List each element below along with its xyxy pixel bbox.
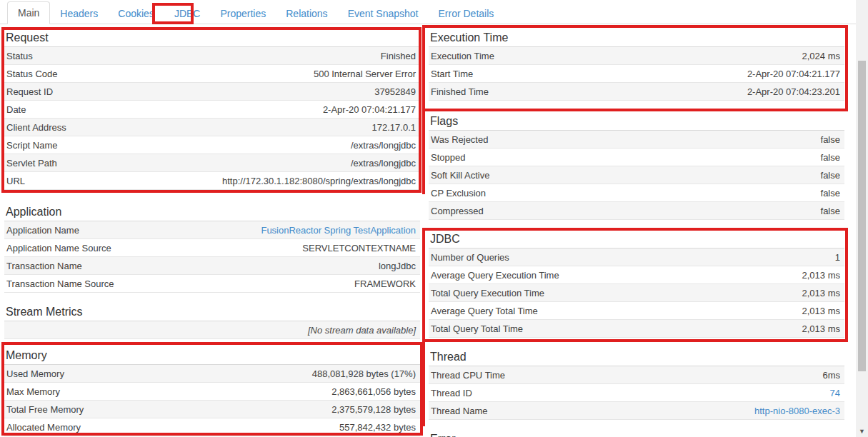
table-row: StatusFinished	[4, 47, 420, 65]
row-value: longJdbc	[379, 261, 416, 271]
application-name-link[interactable]: FusionReactor Spring TestApplication	[261, 225, 416, 236]
table-row: Max Memory2,863,661,056 bytes	[4, 383, 420, 401]
row-value: 2-Apr-20 07:04:21.177	[747, 69, 840, 79]
row-value: 1	[835, 252, 840, 263]
row-label: Used Memory	[6, 368, 64, 379]
thread-id-link[interactable]: 74	[830, 388, 840, 398]
row-label: Was Rejected	[431, 134, 488, 145]
row-value: 2,024 ms	[802, 51, 840, 61]
tab-main[interactable]: Main	[7, 1, 50, 24]
row-label: Total Query Execution Time	[431, 288, 544, 298]
row-value: false	[821, 152, 840, 163]
tab-properties[interactable]: Properties	[210, 3, 276, 24]
table-row: Total Query Total Time2,013 ms	[429, 320, 844, 338]
row-label: Thread Name	[431, 406, 487, 416]
table-row: [No stream data available]	[4, 321, 420, 339]
row-label: Execution Time	[431, 51, 494, 61]
table-row: Number of Queries1	[429, 248, 844, 266]
no-stream-data-note: [No stream data available]	[308, 325, 416, 336]
row-label: Stopped	[431, 152, 465, 163]
row-value: false	[821, 188, 840, 199]
row-label: Request ID	[6, 86, 53, 97]
section-thread: Thread Thread CPU Time6ms Thread ID74 Th…	[429, 349, 844, 420]
vertical-scrollbar[interactable]: ▼	[856, 0, 868, 437]
table-row: Allocated Memory557,842,432 bytes	[4, 418, 420, 436]
row-value: 500 Internal Server Error	[314, 69, 416, 79]
table-row: Thread ID74	[429, 384, 844, 402]
table-row: Status Code500 Internal Server Error	[4, 65, 420, 83]
left-column: Request StatusFinished Status Code500 In…	[4, 30, 420, 437]
tab-headers[interactable]: Headers	[50, 3, 108, 24]
row-label: Allocated Memory	[6, 422, 81, 433]
tab-jdbc[interactable]: JDBC	[164, 3, 211, 24]
row-label: Servlet Path	[6, 158, 57, 169]
table-row: Execution Time2,024 ms	[429, 47, 844, 65]
row-value: false	[821, 134, 840, 145]
table-row: Client Address172.17.0.1	[4, 119, 420, 136]
tab-relations[interactable]: Relations	[276, 3, 337, 24]
section-execution-time: Execution Time Execution Time2,024 ms St…	[429, 30, 844, 101]
row-label: Total Query Total Time	[431, 323, 523, 334]
thread-section-title: Thread	[429, 349, 844, 366]
row-label: CP Exclusion	[431, 188, 486, 199]
row-label: Application Name	[6, 225, 79, 236]
row-value: 2,013 ms	[802, 323, 840, 334]
row-label: Client Address	[6, 122, 66, 133]
table-row: Transaction Name SourceFRAMEWORK	[4, 275, 420, 293]
table-row: Average Query Total Time2,013 ms	[429, 302, 844, 320]
table-row: Application Name SourceSERVLETCONTEXTNAM…	[4, 239, 420, 257]
row-value: 2-Apr-20 07:04:21.177	[323, 104, 416, 115]
row-label: Transaction Name	[6, 261, 82, 271]
row-label: Status	[6, 51, 33, 61]
execution-time-section-title: Execution Time	[429, 30, 844, 47]
section-flags: Flags Was Rejectedfalse Stoppedfalse Sof…	[429, 114, 844, 220]
right-column: Execution Time Execution Time2,024 ms St…	[429, 30, 844, 437]
row-value: 6ms	[822, 370, 840, 381]
section-stream-metrics: Stream Metrics [No stream data available…	[4, 304, 420, 339]
table-row: Thread CPU Time6ms	[429, 366, 844, 384]
row-label: Average Query Execution Time	[431, 270, 559, 281]
table-row: Stoppedfalse	[429, 149, 844, 166]
jdbc-section-title: JDBC	[429, 231, 844, 248]
row-value: 2,375,579,128 bytes	[331, 404, 416, 415]
row-label: Start Time	[431, 69, 473, 79]
row-label: Finished Time	[431, 86, 489, 97]
row-label: Average Query Total Time	[431, 306, 538, 316]
tab-error-details[interactable]: Error Details	[428, 3, 504, 24]
row-value: 37952849	[374, 86, 416, 97]
table-row: CP Exclusionfalse	[429, 184, 844, 202]
tab-event-snapshot[interactable]: Event Snapshot	[338, 3, 429, 24]
section-error: Error	[429, 431, 844, 437]
row-value: /extras/longjdbc	[351, 158, 416, 169]
row-value: Finished	[381, 51, 416, 61]
table-row: Used Memory488,081,928 bytes (17%)	[4, 365, 420, 383]
section-jdbc: JDBC Number of Queries1 Average Query Ex…	[429, 231, 844, 338]
row-value: 557,842,432 bytes	[339, 422, 416, 433]
tab-bar: Main Headers Cookies JDBC Properties Rel…	[0, 0, 868, 24]
row-label: Status Code	[6, 69, 58, 79]
row-label: Number of Queries	[431, 252, 509, 263]
row-value: FRAMEWORK	[354, 278, 416, 289]
tab-cookies[interactable]: Cookies	[108, 3, 164, 24]
table-row: Date2-Apr-20 07:04:21.177	[4, 101, 420, 119]
scrollbar-thumb[interactable]	[858, 61, 866, 371]
row-value: 2,013 ms	[802, 288, 840, 298]
table-row: Request ID37952849	[4, 83, 420, 101]
scroll-down-arrow-icon[interactable]: ▼	[856, 426, 868, 436]
table-row: Total Free Memory2,375,579,128 bytes	[4, 401, 420, 418]
row-label: Total Free Memory	[6, 404, 84, 415]
table-row: Thread Namehttp-nio-8080-exec-3	[429, 402, 844, 420]
section-memory: Memory Used Memory488,081,928 bytes (17%…	[4, 348, 420, 436]
flags-section-title: Flags	[429, 114, 844, 131]
row-value: 172.17.0.1	[372, 122, 416, 133]
table-row: Servlet Path/extras/longjdbc	[4, 154, 420, 172]
request-detail-page: Main Headers Cookies JDBC Properties Rel…	[0, 0, 868, 437]
row-label: Application Name Source	[6, 243, 111, 253]
table-row: Transaction NamelongJdbc	[4, 257, 420, 275]
table-row: Finished Time2-Apr-20 07:04:23.201	[429, 83, 844, 101]
table-row: Start Time2-Apr-20 07:04:21.177	[429, 65, 844, 83]
row-value: false	[821, 170, 840, 181]
section-request: Request StatusFinished Status Code500 In…	[4, 30, 420, 190]
row-value: false	[821, 206, 840, 216]
thread-name-link[interactable]: http-nio-8080-exec-3	[754, 406, 840, 416]
